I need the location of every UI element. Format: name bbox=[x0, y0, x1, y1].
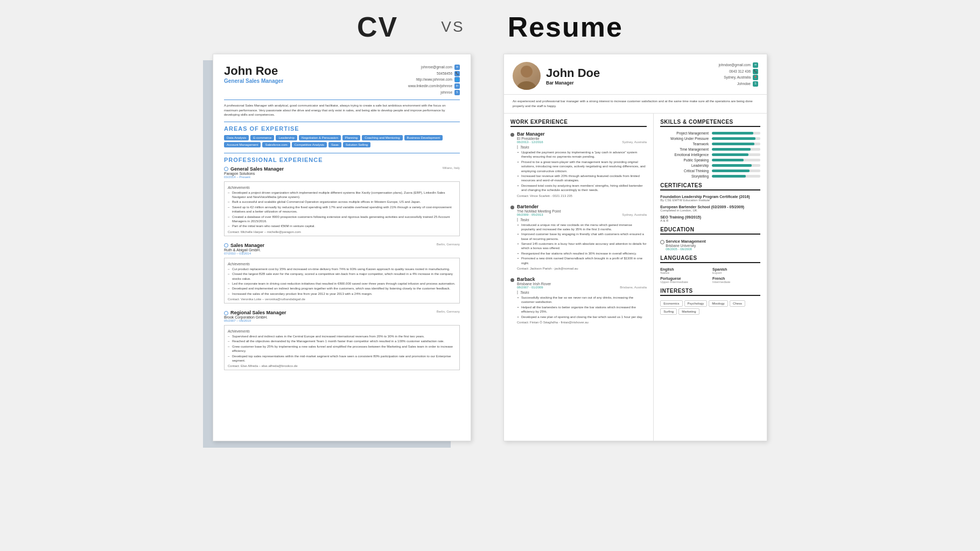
resume-skype-row: Johndoe S bbox=[719, 81, 758, 87]
skill-bar-bg bbox=[712, 143, 760, 145]
resume-bullet: Successfully stocking the bar so we neve… bbox=[517, 295, 647, 305]
skill-row: Emotional Intelligence bbox=[660, 153, 760, 157]
cv-bullet: Led the corporate team in driving cost-r… bbox=[228, 281, 456, 286]
resume-job-company: The NoMad Meeting Point bbox=[517, 209, 647, 213]
cert-sub: Completed in London, UK bbox=[660, 209, 760, 212]
skill-row: Working Under Pressure bbox=[660, 137, 760, 140]
skill-bar-fill bbox=[712, 159, 743, 161]
cv-skype: johnroe bbox=[440, 89, 452, 96]
resume-location-icon: 📍 bbox=[753, 75, 758, 80]
cert-item: SEO Training (09/2015)A & B bbox=[660, 215, 760, 222]
language-item: SpanishExpert bbox=[712, 267, 760, 274]
cert-title: European Bartender School (02/2009 - 05/… bbox=[660, 205, 760, 209]
cv-tag: Negotiation & Persuasion bbox=[299, 135, 341, 140]
skill-label: Teamwork bbox=[660, 142, 709, 146]
resume-interests-title: INTERESTS bbox=[660, 288, 760, 296]
cert-sub: A & B bbox=[660, 219, 760, 222]
cv-job-item: Sales ManagerRuth & Abigail GmbH.07/2010… bbox=[224, 243, 460, 303]
skill-bar-bg bbox=[712, 132, 760, 135]
skill-bar-bg bbox=[712, 159, 760, 161]
cv-skype-row: johnroe S bbox=[408, 89, 460, 96]
cv-email: johnroe@gmail.com bbox=[421, 64, 452, 70]
cv-bullet: Supervised direct and indirect sales in … bbox=[228, 334, 456, 338]
cv-job-company: Paragon Solutions bbox=[224, 172, 284, 175]
cv-job-title: Sales Manager bbox=[224, 243, 264, 248]
skill-bar-fill bbox=[712, 153, 748, 156]
interest-tag: Economics bbox=[660, 300, 682, 307]
language-level: Expert bbox=[712, 271, 760, 274]
resume-bullet: Improved customer base by engaging in fr… bbox=[517, 232, 647, 241]
resume-email-icon: ✉ bbox=[753, 62, 758, 68]
resume-bullet: Decreased total costs by analyzing team … bbox=[517, 183, 647, 193]
cv-tag: Competitive Analysis bbox=[292, 142, 327, 147]
resume-tasks-label: Tasks bbox=[517, 291, 647, 294]
cv-email-row: johnroe@gmail.com ✉ bbox=[408, 64, 460, 70]
interest-tag: Psychology bbox=[684, 300, 708, 307]
skill-label: Project Management bbox=[660, 131, 709, 135]
cv-linkedin: www.linkedin.com/in/johnroe bbox=[408, 83, 452, 89]
skill-row: Leadership bbox=[660, 164, 760, 167]
resume-job-title: Bartender bbox=[517, 204, 647, 209]
cert-item: Foundation Leadership Program Certificat… bbox=[660, 195, 760, 202]
cv-name-block: John Roe General Sales Manager bbox=[224, 64, 283, 84]
resume-bullet: Introduced a unique mix of new cocktails… bbox=[517, 223, 647, 232]
resume-skills-title: SKILLS & COMPETENCES bbox=[660, 119, 760, 127]
resume-skype: Johndoe bbox=[737, 81, 751, 87]
language-level: Upper-Intermediate bbox=[660, 280, 708, 284]
cv-bullet: Developed and implemented an indirect le… bbox=[228, 286, 456, 291]
resume-bullet: Served 145 customers in a busy hour with… bbox=[517, 242, 647, 251]
cv-bullet: Built a successful and scalable global C… bbox=[228, 200, 456, 204]
resume-left-col: WORK EXPERIENCE Bar ManagerEl Presidente… bbox=[504, 114, 654, 441]
resume-skills: Project ManagementWorking Under Pressure… bbox=[660, 131, 760, 178]
cv-page: John Roe General Sales Manager johnroe@g… bbox=[213, 54, 471, 441]
resume-contact-line: Contact: Fintan Ó Séaghdha - fintan@iris… bbox=[517, 321, 647, 324]
cv-summary: A professional Sales Manager with analyt… bbox=[224, 103, 460, 117]
skill-label: Working Under Pressure bbox=[660, 137, 709, 140]
cv-job-company: Brook Corporation GmbH. bbox=[224, 315, 286, 319]
cv-label: CV bbox=[357, 11, 398, 43]
language-level: Intermediate bbox=[712, 280, 760, 284]
resume-certs: Foundation Leadership Program Certificat… bbox=[660, 195, 760, 222]
cv-bullet: Saved up to €2 million annually by reduc… bbox=[228, 205, 456, 214]
resume-job-item: BartenderThe NoMad Meeting Point06/2009 … bbox=[510, 204, 647, 271]
cv-bullet: Part of the initial team who raised €56M… bbox=[228, 224, 456, 228]
language-grid: EnglishNativeSpanishExpertPortugueseUppe… bbox=[660, 267, 760, 284]
cv-tags: Data AnalysisE-commerceLeadershipNegotia… bbox=[224, 135, 460, 147]
skill-row: Project Management bbox=[660, 131, 760, 135]
interest-tag: Marketing bbox=[678, 308, 699, 315]
resume-job-date: 06/2013 - 12/2016 bbox=[517, 140, 543, 144]
cv-header: John Roe General Sales Manager johnroe@g… bbox=[224, 64, 460, 95]
cv-job-location: Berlin, Germany bbox=[437, 243, 460, 256]
resume-job-company: Brisbane Irish Rover bbox=[517, 282, 647, 286]
svg-point-1 bbox=[517, 81, 536, 90]
cv-job-title: General Sales Manager bbox=[224, 166, 284, 172]
cv-achievements-label: Achievements bbox=[228, 262, 456, 266]
resume-skype-icon: S bbox=[753, 81, 758, 87]
skill-row: Public Speaking bbox=[660, 158, 760, 162]
vs-label: VS bbox=[441, 18, 464, 36]
cv-contact-line: Contact: Veronika Lotte – veronika@rutha… bbox=[228, 298, 456, 301]
skill-bar-bg bbox=[712, 175, 760, 178]
language-name: Spanish bbox=[712, 267, 760, 271]
avatar-svg bbox=[513, 62, 541, 90]
resume-label: Resume bbox=[508, 11, 623, 43]
cert-title: SEO Training (09/2015) bbox=[660, 215, 760, 219]
resume-job-location: Sydney, Australia bbox=[622, 140, 647, 144]
linkedin-icon: in bbox=[454, 83, 460, 89]
resume-job-location: Sydney, Australia bbox=[622, 213, 647, 216]
cv-jobs: General Sales ManagerParagon Solutions03… bbox=[224, 166, 460, 371]
resume-bullet: Proved to be a great team-player with th… bbox=[517, 160, 647, 173]
resume-bullet: Promoted a new drink named Diamondback w… bbox=[517, 256, 647, 265]
skill-row: Critical Thinking bbox=[660, 169, 760, 173]
cv-tag: Leadership bbox=[276, 135, 297, 140]
language-item: EnglishNative bbox=[660, 267, 708, 274]
resume-edu-title: EDUCATION bbox=[660, 227, 760, 235]
cv-job-item: Regional Sales ManagerBrook Corporation … bbox=[224, 310, 460, 370]
cv-bullet: Cut product replacement cost by 35% and … bbox=[228, 267, 456, 271]
resume-name-block: John Doe Bar Manager bbox=[546, 66, 600, 86]
language-item: PortugueseUpper-Intermediate bbox=[660, 277, 708, 284]
resume-email: johndoe@gmail.com bbox=[719, 62, 751, 68]
skill-bar-fill bbox=[712, 148, 751, 151]
cv-name: John Roe bbox=[224, 64, 283, 78]
edu-date: 08/2005 - 06/2008 bbox=[666, 248, 760, 251]
